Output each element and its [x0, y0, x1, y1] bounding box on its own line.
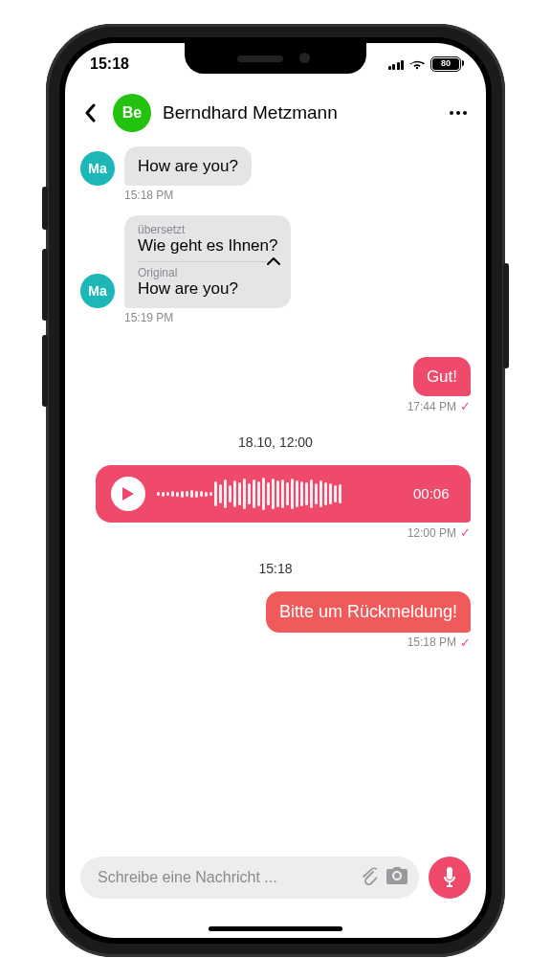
delivered-check-icon: ✓	[460, 525, 471, 540]
paperclip-icon	[360, 866, 377, 885]
sender-avatar[interactable]: Ma	[80, 274, 115, 308]
message-incoming-translated: Ma übersetzt Wie geht es Ihnen? Original…	[80, 215, 471, 324]
date-separator: 18.10, 12:00	[80, 434, 471, 450]
message-outgoing: Bitte um Rückmeldung! 15:18 PM ✓	[80, 591, 471, 650]
battery-level: 80	[441, 59, 451, 68]
back-button[interactable]	[80, 102, 101, 123]
original-text: How are you?	[138, 279, 277, 299]
message-input[interactable]: Schreibe eine Nachricht ...	[80, 857, 419, 899]
voice-message-bubble[interactable]: 00:06	[96, 465, 471, 523]
message-bubble[interactable]: How are you?	[124, 146, 252, 186]
volume-up-button	[42, 249, 48, 321]
attach-button[interactable]	[360, 866, 377, 889]
message-timestamp: 15:19 PM	[124, 311, 173, 324]
message-bubble[interactable]: Bitte um Rückmeldung!	[266, 591, 471, 633]
message-outgoing-voice: 00:06 12:00 PM ✓	[80, 465, 471, 540]
message-bubble[interactable]: Gut!	[413, 357, 471, 396]
translated-text: Wie geht es Ihnen?	[138, 236, 277, 256]
input-placeholder: Schreibe eine Nachricht ...	[98, 869, 350, 886]
phone-frame: 15:18 80	[46, 24, 505, 957]
message-timestamp: 15:18 PM ✓	[408, 635, 471, 650]
contact-avatar[interactable]: Be	[113, 94, 151, 132]
notch	[185, 43, 366, 74]
play-icon	[121, 486, 135, 501]
microphone-icon	[442, 867, 457, 888]
message-timestamp: 15:18 PM	[124, 189, 173, 202]
original-label: Original	[138, 266, 277, 279]
play-button[interactable]	[111, 477, 145, 511]
more-options-button[interactable]	[446, 111, 471, 115]
wifi-icon	[409, 57, 425, 71]
voice-record-button[interactable]	[429, 857, 471, 899]
status-time: 15:18	[90, 56, 129, 73]
power-button	[503, 263, 509, 368]
delivered-check-icon: ✓	[460, 399, 471, 413]
chat-body[interactable]: Ma How are you? 15:18 PM Ma übersetzt Wi…	[65, 141, 486, 831]
chevron-up-icon	[266, 256, 281, 266]
chevron-left-icon	[84, 103, 98, 122]
sender-avatar[interactable]: Ma	[80, 151, 115, 186]
date-separator: 15:18	[80, 561, 471, 576]
voice-duration: 00:06	[413, 486, 455, 502]
delivered-check-icon: ✓	[460, 635, 471, 650]
message-timestamp: 17:44 PM ✓	[408, 399, 471, 413]
side-button	[42, 187, 48, 230]
waveform[interactable]	[157, 477, 402, 511]
camera-icon	[386, 867, 408, 884]
collapse-translation-button[interactable]	[266, 253, 281, 270]
battery-icon: 80	[430, 56, 461, 72]
camera-button[interactable]	[386, 867, 408, 888]
message-incoming: Ma How are you? 15:18 PM	[80, 146, 471, 202]
contact-name[interactable]: Berndhard Metzmann	[163, 102, 434, 123]
cellular-signal-icon	[388, 58, 405, 70]
volume-down-button	[42, 335, 48, 407]
message-outgoing: Gut! 17:44 PM ✓	[80, 357, 471, 413]
chat-header: Be Berndhard Metzmann	[65, 85, 486, 141]
input-bar: Schreibe eine Nachricht ...	[65, 831, 486, 938]
translated-label: übersetzt	[138, 223, 277, 236]
home-indicator[interactable]	[209, 926, 342, 931]
message-timestamp: 12:00 PM ✓	[408, 525, 471, 540]
translation-bubble[interactable]: übersetzt Wie geht es Ihnen? Original Ho…	[124, 215, 291, 308]
